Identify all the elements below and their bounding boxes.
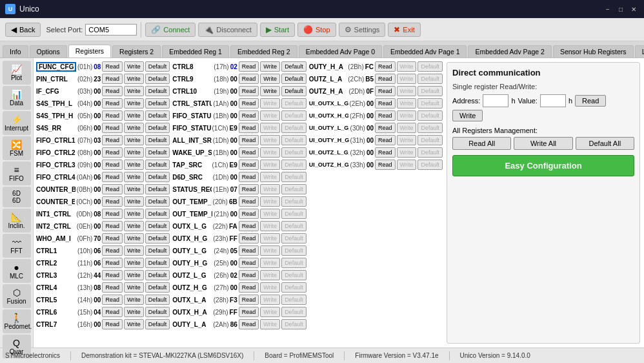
write-button[interactable]: Write [124, 110, 144, 121]
default-button[interactable]: Default [281, 172, 307, 182]
read-button[interactable]: Read [102, 98, 123, 109]
default-button[interactable]: Default [281, 147, 307, 158]
tab-registers[interactable]: Registers [68, 45, 111, 57]
default-button[interactable]: Default [281, 258, 307, 268]
write-button[interactable]: Write [124, 295, 144, 305]
sidebar-item-plot[interactable]: 📈Plot [3, 61, 31, 85]
read-button[interactable]: Read [239, 209, 259, 219]
back-button[interactable]: ◀ Back [5, 23, 41, 37]
read-button[interactable]: Read [239, 282, 259, 293]
default-button[interactable]: Default [145, 270, 170, 280]
read-button[interactable]: Read [239, 245, 259, 256]
tab-embedded-adv-page0[interactable]: Embedded Adv Page 0 [299, 45, 382, 57]
read-button[interactable]: Read [375, 61, 396, 72]
write-button[interactable]: Write [124, 209, 144, 219]
sidebar-item-data[interactable]: 📊Data [3, 86, 31, 110]
read-button[interactable]: Read [375, 74, 396, 84]
default-button[interactable]: Default [281, 295, 307, 305]
write-button[interactable]: Write [124, 270, 144, 280]
tab-info[interactable]: Info [3, 45, 28, 57]
write-button[interactable]: Write [124, 307, 144, 317]
read-button[interactable]: Read [239, 61, 259, 72]
sidebar-item-interrupt[interactable]: ⚡Interrupt [3, 111, 31, 135]
read-button[interactable]: Read [375, 98, 396, 109]
write-button[interactable]: Write [397, 160, 417, 170]
stop-button[interactable]: 🔴 Stop [297, 23, 336, 37]
write-button[interactable]: Write [260, 295, 280, 305]
write-button[interactable]: Write [260, 123, 280, 133]
read-button[interactable]: Read [239, 196, 259, 207]
settings-button[interactable]: ⚙ Settings [339, 23, 386, 37]
write-button[interactable]: Write [260, 86, 280, 96]
default-button[interactable]: Default [281, 233, 307, 244]
default-button[interactable]: Default [281, 86, 307, 96]
read-button[interactable]: Read [102, 221, 123, 231]
default-button[interactable]: Default [418, 98, 443, 109]
read-button[interactable]: Read [375, 147, 396, 158]
address-input[interactable] [483, 94, 508, 107]
read-button[interactable]: Read [102, 319, 123, 329]
write-button[interactable]: Write [260, 135, 280, 145]
default-button[interactable]: Default [281, 98, 307, 109]
write-button[interactable]: Write [124, 319, 144, 329]
default-button[interactable]: Default [281, 74, 307, 84]
connect-button[interactable]: 🔗 Connect [145, 23, 196, 37]
maximize-button[interactable]: □ [616, 4, 626, 14]
default-button[interactable]: Default [281, 135, 307, 145]
read-button[interactable]: Read [102, 135, 123, 145]
write-button[interactable]: Write [124, 258, 144, 268]
write-button[interactable]: Write [397, 86, 417, 96]
write-button[interactable]: Write [260, 282, 280, 293]
sidebar-item-6d[interactable]: 6D6D [3, 187, 31, 207]
value-input[interactable] [540, 94, 566, 107]
write-button[interactable]: Write [124, 245, 144, 256]
direct-read-button[interactable]: Read [575, 95, 606, 107]
default-button[interactable]: Default [145, 258, 170, 268]
default-button[interactable]: Default [281, 184, 307, 194]
write-button[interactable]: Write [124, 233, 144, 244]
default-button[interactable]: Default [281, 307, 307, 317]
tab-embedded-reg2[interactable]: Embedded Reg 2 [230, 45, 297, 57]
read-button[interactable]: Read [102, 282, 123, 293]
write-button[interactable]: Write [124, 135, 144, 145]
read-button[interactable]: Read [239, 295, 259, 305]
write-button[interactable]: Write [397, 123, 417, 133]
default-button[interactable]: Default [145, 233, 170, 244]
write-button[interactable]: Write [260, 98, 280, 109]
read-button[interactable]: Read [239, 110, 259, 121]
read-button[interactable]: Read [239, 319, 259, 329]
default-button[interactable]: Default [145, 295, 170, 305]
read-button[interactable]: Read [102, 160, 123, 170]
write-button[interactable]: Write [260, 147, 280, 158]
read-button[interactable]: Read [102, 196, 123, 207]
exit-button[interactable]: ✖ Exit [388, 23, 420, 37]
default-button[interactable]: Default [145, 221, 170, 231]
read-button[interactable]: Read [102, 61, 123, 72]
default-button[interactable]: Default [145, 135, 170, 145]
write-button[interactable]: Write [260, 307, 280, 317]
write-button[interactable]: Write [124, 61, 144, 72]
tab-sensor-hub[interactable]: Sensor Hub Registers [553, 45, 634, 57]
write-button[interactable]: Write [397, 147, 417, 158]
default-button[interactable]: Default [145, 123, 170, 133]
default-button[interactable]: Default [418, 110, 443, 121]
sidebar-item-pedometer[interactable]: 🚶Pedomet. [3, 309, 31, 333]
write-button[interactable]: Write [260, 209, 280, 219]
default-button[interactable]: Default [281, 61, 307, 72]
read-button[interactable]: Read [239, 258, 259, 268]
default-button[interactable]: Default [281, 123, 307, 133]
port-input[interactable] [85, 24, 137, 36]
write-button[interactable]: Write [124, 98, 144, 109]
default-button[interactable]: Default [145, 74, 170, 84]
tab-options[interactable]: Options [30, 45, 67, 57]
sidebar-item-fsm[interactable]: 🔀FSM [3, 136, 31, 160]
write-button[interactable]: Write [260, 110, 280, 121]
default-button[interactable]: Default [418, 61, 443, 72]
sidebar-item-inclin[interactable]: 📐Inclin. [3, 209, 31, 233]
default-button[interactable]: Default [281, 245, 307, 256]
default-button[interactable]: Default [418, 135, 443, 145]
default-button[interactable]: Default [145, 307, 170, 317]
default-button[interactable]: Default [281, 209, 307, 219]
read-button[interactable]: Read [239, 172, 259, 182]
write-button[interactable]: Write [124, 123, 144, 133]
